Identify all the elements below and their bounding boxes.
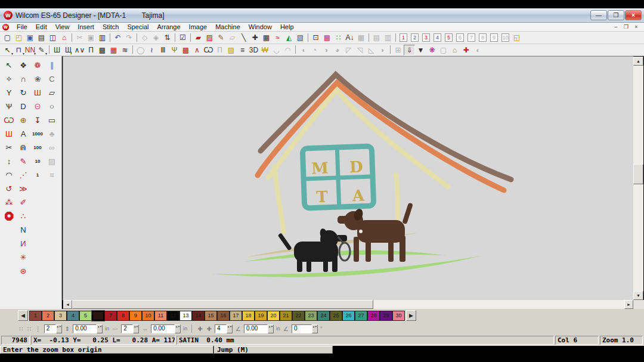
color-swatch[interactable]: 26 xyxy=(342,311,355,321)
travel-bottom-icon[interactable]: ▼ ▼ xyxy=(415,45,426,55)
color-swatch[interactable]: 7 xyxy=(104,311,117,321)
separator[interactable]: ▼ xyxy=(47,45,51,55)
reshape-views-icon[interactable]: ◈ xyxy=(150,32,162,43)
print-design2-icon[interactable]: ▥ xyxy=(382,32,394,43)
color-swatch[interactable]: 3 xyxy=(54,311,67,321)
scissors-icon[interactable]: ✂ xyxy=(2,141,16,154)
menu-item[interactable]: Edit xyxy=(32,23,51,32)
border-icon[interactable]: Π ▼ xyxy=(214,45,225,55)
menu-item[interactable]: View xyxy=(51,23,74,32)
warp-icon[interactable]: ₩ ▼ xyxy=(259,45,271,55)
mdi-minimize-button[interactable]: – xyxy=(612,24,620,30)
run-10-icon[interactable]: 10 xyxy=(30,154,45,168)
separator[interactable] xyxy=(70,32,74,43)
overlap-icon[interactable]: Ѡ xyxy=(2,113,16,127)
binoculars-icon[interactable]: ∞ xyxy=(45,141,59,154)
flip-page-icon[interactable]: ▱ xyxy=(45,86,59,100)
color-swatch[interactable]: 27 xyxy=(355,311,367,321)
property-value-input[interactable]: 4 xyxy=(215,324,227,333)
path-n-icon[interactable]: N xyxy=(16,223,30,237)
motif-run-icon[interactable]: Ѡ ▼ xyxy=(203,45,214,55)
rotate-flip-icon[interactable]: ↺ xyxy=(2,182,16,196)
select-tool-icon[interactable]: ↖ ▼ xyxy=(2,45,13,55)
pin-icon[interactable]: ✚ xyxy=(249,32,261,43)
tatami-fill-icon[interactable]: ▨ xyxy=(204,32,215,43)
flower-half-icon[interactable]: ❀ xyxy=(30,72,45,86)
separator[interactable] xyxy=(108,32,112,43)
run-100-icon[interactable]: 100 xyxy=(30,141,45,154)
print-preview-icon[interactable]: ◫ xyxy=(47,32,58,43)
slow-redraw-7-icon[interactable]: 7 xyxy=(466,32,477,43)
color-swatch[interactable]: 9 xyxy=(129,311,142,321)
wedge-icon[interactable]: ◠ xyxy=(2,168,16,182)
palette-scroll-right-button[interactable]: ▶ xyxy=(406,310,416,321)
fan-fill-icon[interactable]: Ψ ▼ xyxy=(169,45,180,55)
slow-redraw-3-icon[interactable]: 3 xyxy=(420,32,432,43)
nudge-icon[interactable]: ↕ xyxy=(2,154,16,168)
minimize-button[interactable]: — xyxy=(590,10,607,20)
separator[interactable] xyxy=(306,32,310,43)
wheel-fill-icon[interactable]: ⊛ xyxy=(16,264,30,278)
travel-next-object-icon[interactable]: ◑ ▼ xyxy=(320,45,332,55)
open-icon[interactable]: ◰ xyxy=(13,32,24,43)
open-object-icon[interactable]: ◱ xyxy=(511,32,522,43)
select-icon[interactable]: ↖ xyxy=(2,58,16,72)
color-swatch[interactable]: 8 xyxy=(117,311,129,321)
satin-fill-icon[interactable]: ▰ xyxy=(193,32,204,43)
menu-item[interactable]: Arrange xyxy=(153,23,184,32)
print-design-icon[interactable]: ▤ xyxy=(371,32,382,43)
spinner-arrows[interactable]: ▲▼ xyxy=(56,324,62,333)
spinner-arrows[interactable]: ▲▼ xyxy=(97,324,103,333)
reshape-object-icon[interactable]: ◇ xyxy=(139,32,150,43)
color-swatch[interactable]: 11 xyxy=(154,311,167,321)
color-swatch[interactable]: 29 xyxy=(380,311,392,321)
slow-redraw-2-icon[interactable]: 2 xyxy=(409,32,420,43)
tree-icon[interactable]: ♣ xyxy=(45,127,59,141)
scroll-left-button[interactable]: ◄ xyxy=(63,300,72,309)
curve-icon[interactable]: C xyxy=(45,72,59,86)
spinner-arrows[interactable]: ▲▼ xyxy=(175,324,181,333)
sprinkle-icon[interactable]: ⁂ xyxy=(2,196,16,209)
run-1-icon[interactable]: 1 xyxy=(30,168,45,182)
menu-item[interactable]: Image xyxy=(185,23,212,32)
travel-down-icon[interactable]: ⇓ ▼ xyxy=(404,45,415,55)
satin-stitch-icon[interactable]: Ш ▼ xyxy=(51,45,63,55)
color-swatch[interactable]: 20 xyxy=(267,311,280,321)
property-value-input[interactable]: 0 xyxy=(292,324,312,333)
measure-icon[interactable]: ╲ xyxy=(238,32,249,43)
horizontal-scrollbar[interactable]: ◄ ► xyxy=(63,300,633,309)
copy-icon[interactable]: ▣ xyxy=(85,32,97,43)
travel-next-stitch-icon[interactable]: ◺ ▼ xyxy=(366,45,377,55)
stitch-cut-icon[interactable]: Ш xyxy=(2,127,16,141)
color-swatch[interactable]: 23 xyxy=(305,311,317,321)
pen-tool-icon[interactable]: ✎ ▼ xyxy=(36,45,47,55)
options-icon[interactable]: ☑ xyxy=(177,32,188,43)
sequence-icon[interactable]: A↓ xyxy=(344,32,355,43)
stop-icon[interactable]: ✱ xyxy=(2,209,16,223)
menu-item[interactable]: File xyxy=(13,23,32,32)
bridge-icon[interactable]: ⋒ xyxy=(16,141,30,154)
color-swatch[interactable]: 4 xyxy=(67,311,79,321)
separator[interactable] xyxy=(173,32,177,43)
point-select-icon[interactable]: Υ xyxy=(2,86,16,100)
vertical-scroll-thumb[interactable] xyxy=(633,164,643,184)
run-1000-icon[interactable]: 1000 xyxy=(30,127,45,141)
run-tool-icon[interactable]: ✎ xyxy=(16,154,30,168)
scroll-right-button[interactable]: ► xyxy=(624,300,633,309)
close-button[interactable]: × xyxy=(625,10,642,20)
path-n2-icon[interactable]: И xyxy=(16,237,30,250)
zigzag-red-icon[interactable]: Ш xyxy=(30,86,45,100)
property-value-input[interactable]: 2 xyxy=(121,324,133,333)
thread-colors-icon[interactable]: ▩ xyxy=(321,32,333,43)
property-value-input[interactable]: 0.00 xyxy=(151,324,175,333)
e-stitch-icon[interactable]: Щ ▼ xyxy=(63,45,74,55)
design-canvas[interactable]: M D T A xyxy=(63,56,633,300)
threeD-icon[interactable]: 3D ▼ xyxy=(248,45,259,55)
travel-next-color-icon[interactable]: ◸ ▼ xyxy=(343,45,354,55)
vertical-scrollbar[interactable]: ▲ ▼ xyxy=(633,57,643,300)
color-swatch[interactable]: 2 xyxy=(42,311,54,321)
rectangle-icon[interactable]: ▭ xyxy=(45,113,59,127)
mirror-icon[interactable]: ↻ xyxy=(16,86,30,100)
circle-tool-icon[interactable]: ◯ ▼ xyxy=(135,45,146,55)
separator[interactable]: ▼ xyxy=(293,45,298,55)
